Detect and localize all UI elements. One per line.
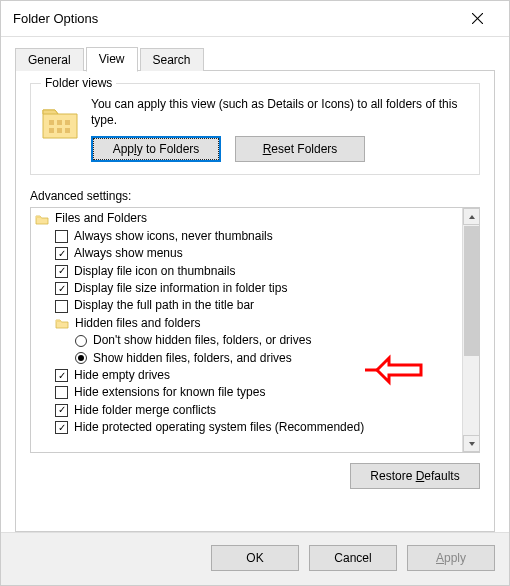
checkbox-icon: ✓	[55, 247, 68, 260]
scroll-thumb[interactable]	[464, 226, 479, 356]
option-hide-folder-merge[interactable]: ✓Hide folder merge conflicts	[35, 402, 462, 419]
tab-general[interactable]: General	[15, 48, 84, 71]
close-button[interactable]	[457, 1, 497, 36]
checkbox-icon: ✓	[55, 282, 68, 295]
window-title: Folder Options	[13, 11, 98, 26]
svg-rect-6	[57, 128, 62, 133]
titlebar: Folder Options	[1, 1, 509, 37]
checkbox-icon: ✓	[55, 369, 68, 382]
ok-button[interactable]: OK	[211, 545, 299, 571]
svg-rect-4	[65, 120, 70, 125]
checkbox-icon	[55, 386, 68, 399]
tab-strip: General View Search	[15, 47, 495, 71]
checkbox-icon: ✓	[55, 265, 68, 278]
checkbox-icon	[55, 230, 68, 243]
chevron-up-icon	[469, 215, 475, 219]
radio-icon	[75, 335, 87, 347]
tab-search[interactable]: Search	[140, 48, 204, 71]
advanced-settings-tree: Files and Folders Always show icons, nev…	[30, 207, 480, 453]
svg-rect-2	[49, 120, 54, 125]
option-dont-show-hidden[interactable]: Don't show hidden files, folders, or dri…	[35, 332, 462, 349]
svg-rect-3	[57, 120, 62, 125]
option-display-file-size-tips[interactable]: ✓Display file size information in folder…	[35, 280, 462, 297]
option-display-full-path[interactable]: Display the full path in the title bar	[35, 297, 462, 314]
cancel-button[interactable]: Cancel	[309, 545, 397, 571]
apply-button[interactable]: Apply	[407, 545, 495, 571]
svg-rect-5	[49, 128, 54, 133]
folder-icon	[41, 100, 79, 142]
option-hide-extensions[interactable]: Hide extensions for known file types	[35, 384, 462, 401]
close-icon	[472, 13, 483, 24]
dialog-footer: OK Cancel Apply	[1, 532, 509, 585]
folder-views-description: You can apply this view (such as Details…	[91, 96, 469, 128]
folder-views-legend: Folder views	[41, 76, 116, 90]
option-show-hidden[interactable]: Show hidden files, folders, and drives	[35, 350, 462, 367]
tree-scrollbar[interactable]	[462, 208, 479, 452]
tree-group-hidden-files: Hidden files and folders	[35, 315, 462, 332]
checkbox-icon	[55, 300, 68, 313]
scroll-down-button[interactable]	[463, 435, 480, 452]
scroll-up-button[interactable]	[463, 208, 480, 225]
tab-view-panel: Folder views	[15, 70, 495, 532]
restore-defaults-button[interactable]: Restore Defaults	[350, 463, 480, 489]
advanced-settings-label: Advanced settings:	[30, 189, 480, 203]
svg-rect-7	[65, 128, 70, 133]
folder-options-window: Folder Options General View Search Folde…	[0, 0, 510, 586]
folder-mini-icon	[55, 317, 69, 329]
tab-view[interactable]: View	[86, 47, 138, 72]
option-hide-protected-os-files[interactable]: ✓Hide protected operating system files (…	[35, 419, 462, 436]
tree-group-files-folders: Files and Folders	[35, 210, 462, 227]
folder-views-group: Folder views	[30, 83, 480, 175]
option-display-file-icon-thumbnails[interactable]: ✓Display file icon on thumbnails	[35, 263, 462, 280]
reset-folders-button[interactable]: Reset Folders	[235, 136, 365, 162]
checkbox-icon: ✓	[55, 404, 68, 417]
option-hide-empty-drives[interactable]: ✓Hide empty drives	[35, 367, 462, 384]
radio-icon	[75, 352, 87, 364]
option-always-show-icons[interactable]: Always show icons, never thumbnails	[35, 228, 462, 245]
checkbox-icon: ✓	[55, 421, 68, 434]
apply-to-folders-button[interactable]: Apply to Folders	[91, 136, 221, 162]
option-always-show-menus[interactable]: ✓Always show menus	[35, 245, 462, 262]
chevron-down-icon	[469, 442, 475, 446]
folder-mini-icon	[35, 213, 49, 225]
